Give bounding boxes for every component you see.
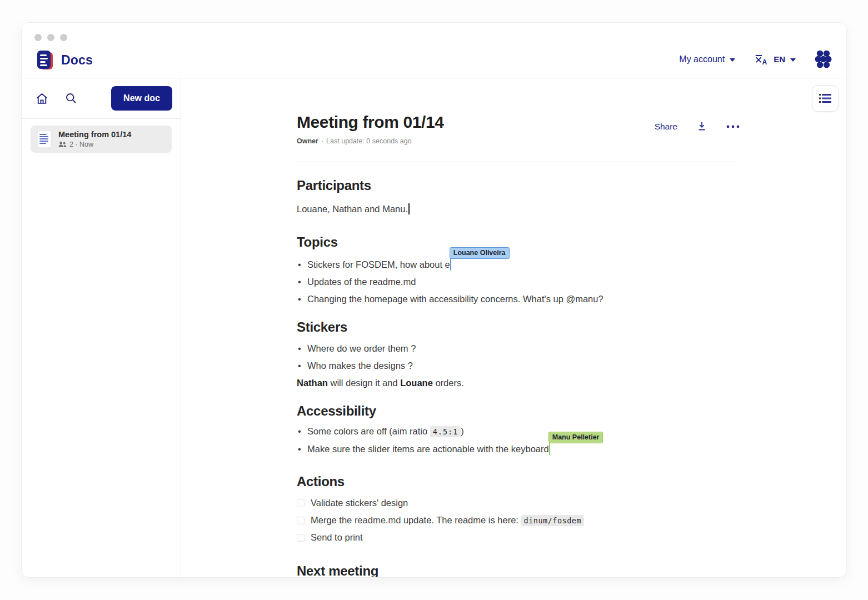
topics-list: Stickers for FOSDEM, how about eLouane O… — [297, 256, 740, 308]
ellipsis-icon — [726, 125, 740, 128]
collab-cursor-manu: Manu Pelletier — [549, 442, 550, 455]
my-account-label: My account — [679, 54, 725, 64]
todo-checkbox[interactable] — [297, 517, 305, 524]
window-dot — [34, 34, 42, 41]
download-button[interactable] — [696, 121, 707, 132]
home-icon — [35, 92, 49, 106]
new-doc-button[interactable]: New doc — [111, 86, 172, 111]
stickers-list: Where do we order them ? Who makes the d… — [297, 340, 740, 374]
doc-last-update: Last update: 0 seconds ago — [326, 137, 412, 145]
list-item: Make sure the slider items are actionabl… — [297, 441, 740, 458]
todo-checkbox[interactable] — [297, 499, 305, 507]
section-heading-next-meeting: Next meeting — [297, 563, 740, 577]
sidebar-doc-item[interactable]: Meeting from 01/14 2 · Now — [31, 126, 172, 153]
doc-file-icon — [37, 130, 52, 148]
language-label: EN — [774, 54, 785, 64]
accessibility-list: Some colors are off (aim ratio 4.5:1) Ma… — [297, 423, 740, 458]
more-options-button[interactable] — [726, 125, 740, 128]
collab-caret — [450, 258, 451, 271]
chevron-down-icon — [730, 58, 735, 62]
list-item: Changing the homepage with accessibility… — [297, 291, 740, 308]
readme-link[interactable]: readme.md — [355, 515, 401, 525]
doc-item-info: Meeting from 01/14 2 · Now — [58, 130, 131, 148]
section-heading-participants: Participants — [297, 177, 740, 194]
header-controls: My account A EN — [679, 51, 832, 68]
app-body: New doc Meeting from 01/14 — [22, 78, 846, 577]
list-item: Where do we order them ? — [297, 340, 740, 357]
docs-logo-icon — [35, 49, 55, 71]
my-account-button[interactable]: My account — [679, 54, 735, 64]
apps-grid-button[interactable] — [815, 51, 832, 68]
window-controls — [34, 34, 67, 41]
app-window: Docs My account A EN — [21, 22, 847, 578]
share-button[interactable]: Share — [655, 122, 677, 132]
window-dot — [47, 34, 54, 41]
app-name: Docs — [61, 53, 93, 68]
translate-icon: A — [754, 53, 769, 66]
collab-label: Manu Pelletier — [548, 432, 603, 443]
document-editor[interactable]: Meeting from 01/14 Owner · Last update: … — [297, 78, 740, 577]
inline-code: 4.5:1 — [430, 426, 461, 437]
collab-cursor-louane: Louane Oliveira — [450, 258, 451, 271]
section-heading-actions: Actions — [297, 473, 740, 490]
main-panel: Meeting from 01/14 Owner · Last update: … — [181, 78, 846, 577]
section-heading-topics: Topics — [297, 234, 740, 251]
todo-checkbox[interactable] — [297, 534, 305, 542]
todo-item: Send to print — [297, 529, 740, 546]
language-switcher[interactable]: A EN — [754, 53, 796, 66]
search-button[interactable] — [64, 92, 78, 105]
doc-title-row: Meeting from 01/14 Owner · Last update: … — [297, 112, 740, 145]
doc-item-meta-text: 2 · Now — [69, 141, 93, 148]
table-of-contents-button[interactable] — [812, 85, 839, 112]
apps-waffle-icon — [815, 51, 832, 68]
text-cursor — [408, 203, 410, 214]
todo-item: Merge the readme.md update. The readme i… — [297, 512, 740, 529]
app-logo[interactable]: Docs — [35, 49, 93, 71]
people-icon — [58, 141, 67, 148]
doc-actions: Share — [655, 121, 740, 132]
app-header: Docs My account A EN — [22, 23, 846, 78]
list-item: Who makes the designs ? — [297, 357, 740, 374]
doc-meta: Owner · Last update: 0 seconds ago — [297, 137, 444, 145]
section-heading-accessibility: Accessibility — [297, 403, 740, 419]
chevron-down-icon — [790, 58, 796, 62]
search-icon — [64, 92, 78, 105]
stickers-note: Nathan will design it and Louane orders. — [297, 374, 740, 392]
title-divider — [297, 162, 740, 162]
doc-item-meta: 2 · Now — [58, 141, 131, 148]
list-item: Stickers for FOSDEM, how about eLouane O… — [297, 256, 740, 273]
todo-label: Merge the readme.md update. The readme i… — [311, 515, 584, 526]
list-item: Updates of the readme.md — [297, 273, 740, 291]
todo-list: Validate stickers' design Merge the read… — [297, 494, 740, 546]
home-button[interactable] — [35, 92, 49, 106]
svg-text:A: A — [762, 58, 767, 66]
collab-label: Louane Oliveira — [450, 247, 510, 259]
list-icon — [819, 93, 831, 103]
todo-label: Send to print — [311, 532, 363, 543]
download-icon — [696, 121, 707, 132]
sidebar: New doc Meeting from 01/14 — [22, 78, 181, 577]
collab-caret — [549, 442, 550, 455]
doc-title: Meeting from 01/14 — [297, 112, 444, 133]
doc-title-block: Meeting from 01/14 Owner · Last update: … — [297, 112, 444, 145]
sidebar-toolbar: New doc — [22, 78, 181, 119]
list-item: Some colors are off (aim ratio 4.5:1) — [297, 423, 740, 441]
section-heading-stickers: Stickers — [297, 319, 740, 336]
doc-role: Owner — [297, 137, 318, 145]
todo-label: Validate stickers' design — [311, 498, 408, 508]
participants-text: Louane, Nathan and Manu. — [297, 201, 740, 217]
inline-code: dinum/fosdem — [521, 515, 585, 526]
todo-item: Validate stickers' design — [297, 494, 740, 512]
window-dot — [60, 34, 67, 41]
meta-separator: · — [321, 137, 323, 145]
doc-item-title: Meeting from 01/14 — [58, 130, 131, 139]
